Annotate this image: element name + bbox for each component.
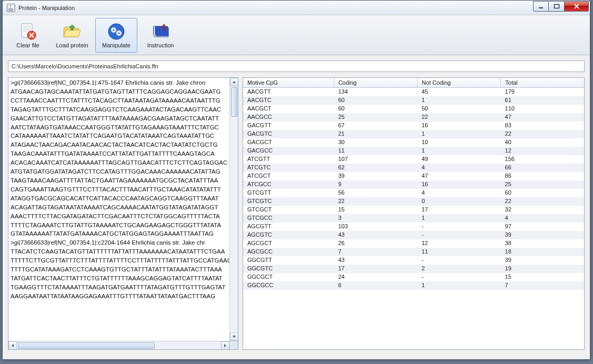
scroll-right-arrow-icon[interactable]: [221, 341, 229, 350]
table-header-cell[interactable]: Total: [501, 78, 584, 87]
vertical-scrollbar[interactable]: [229, 78, 238, 341]
table-row[interactable]: AACGCC252247: [243, 113, 584, 122]
table-row[interactable]: GACGCT301040: [243, 138, 584, 147]
table-cell: 32: [501, 206, 584, 214]
table-row[interactable]: GTCGTC22022: [243, 197, 584, 206]
table-cell: 9: [334, 180, 417, 189]
scroll-thumb-vertical[interactable]: [231, 87, 237, 117]
table-cell: ATCGCC: [243, 180, 334, 189]
table-row[interactable]: GACGTC21122: [243, 130, 584, 138]
table-cell: 39: [501, 231, 584, 239]
manipulate-label: Manipulate: [102, 42, 130, 48]
file-path-input[interactable]: [8, 60, 585, 72]
table-cell: 97: [501, 223, 584, 231]
book-icon: [150, 22, 171, 41]
table-row[interactable]: ATCGTC62466: [243, 164, 584, 172]
folder-open-icon: [62, 22, 83, 41]
table-cell: 50: [417, 105, 500, 113]
table-row[interactable]: GGCGCT24-15: [243, 273, 584, 281]
sequence-panel: >gi|73666633|ref|NC_007354.1|:475-1647 E…: [8, 77, 238, 350]
table-cell: 7: [501, 281, 584, 290]
table-cell: 47: [501, 113, 584, 122]
table-cell: 10: [417, 138, 500, 147]
table-cell: 19: [501, 265, 584, 273]
table-row[interactable]: AGCGCT261238: [243, 239, 584, 248]
scroll-down-arrow-icon[interactable]: [230, 332, 238, 341]
table-cell: GGCGCC: [243, 281, 334, 290]
app-window: Protein - Manipulation: [2, 0, 590, 360]
table-cell: 179: [501, 88, 584, 96]
table-cell: GGCGTC: [243, 265, 334, 273]
table-cell: 16: [417, 180, 500, 189]
table-cell: 47: [417, 172, 500, 180]
load-protein-button[interactable]: Load protein: [51, 18, 93, 53]
table-cell: 21: [334, 130, 417, 138]
sequence-textarea[interactable]: >gi|73666633|ref|NC_007354.1|:475-1647 E…: [8, 77, 238, 350]
table-cell: 39: [501, 256, 584, 265]
table-row[interactable]: AGCGTC43-39: [243, 231, 584, 239]
svg-rect-13: [163, 25, 165, 30]
scroll-left-arrow-icon[interactable]: [8, 341, 17, 350]
instruction-label: Instruction: [147, 42, 174, 48]
table-row[interactable]: AGCGTT103-97: [243, 223, 584, 231]
table-row[interactable]: GTCGCC314: [243, 214, 584, 223]
instruction-button[interactable]: Instruction: [139, 18, 182, 53]
scroll-thumb-horizontal[interactable]: [18, 342, 155, 349]
table-cell: 24: [334, 273, 417, 281]
table-row[interactable]: AACGTT13445179: [243, 88, 584, 96]
table-cell: 22: [501, 130, 584, 138]
table-cell: 45: [417, 88, 500, 96]
table-row[interactable]: GACGTT671683: [243, 122, 584, 130]
table-cell: 3: [334, 214, 417, 223]
table-row[interactable]: GTCGTT56460: [243, 189, 584, 197]
svg-point-12: [118, 32, 120, 34]
table-row[interactable]: GGCGTC17219: [243, 265, 584, 273]
table-cell: 25: [334, 113, 417, 122]
table-cell: 103: [334, 223, 417, 231]
table-row[interactable]: ATCGTT10749156: [243, 155, 584, 164]
content-split: >gi|73666633|ref|NC_007354.1|:475-1647 E…: [3, 74, 590, 352]
close-button[interactable]: [565, 1, 589, 12]
table-row[interactable]: AGCGCC71118: [243, 248, 584, 256]
table-row[interactable]: AACGCT6050110: [243, 105, 584, 113]
svg-point-10: [113, 29, 115, 31]
table-row[interactable]: GGCGCC617: [243, 281, 584, 290]
sequence-text[interactable]: >gi|73666633|ref|NC_007354.1|:475-1647 E…: [8, 78, 229, 341]
table-row[interactable]: GGCGTT43-39: [243, 256, 584, 265]
table-cell: AGCGCT: [243, 239, 334, 248]
table-header-cell[interactable]: Not Coding: [418, 78, 501, 87]
table-cell: 1: [417, 130, 500, 138]
table-header-cell[interactable]: Motive CpG: [243, 78, 334, 87]
scroll-up-arrow-icon[interactable]: [230, 78, 238, 86]
table-row[interactable]: GTCGCT151732: [243, 206, 584, 214]
table-header-cell[interactable]: Coding: [334, 78, 418, 87]
maximize-button[interactable]: [549, 1, 565, 12]
table-cell: GACGTC: [243, 130, 334, 138]
table-cell: 1: [417, 96, 500, 105]
table-cell: 62: [334, 164, 417, 172]
table-row[interactable]: ATCGCT394786: [243, 172, 584, 180]
table-cell: 11: [417, 248, 500, 256]
table-cell: GTCGTC: [243, 197, 334, 206]
table-cell: 7: [334, 248, 417, 256]
table-cell: AACGTC: [243, 96, 334, 105]
table-cell: 40: [501, 138, 584, 147]
table-cell: 15: [334, 206, 417, 214]
table-cell: 110: [501, 105, 584, 113]
minimize-button[interactable]: [533, 1, 549, 12]
table-cell: 66: [501, 164, 584, 172]
table-row[interactable]: GACGCC11112: [243, 147, 584, 155]
table-row[interactable]: ATCGCC91625: [243, 180, 584, 189]
clear-file-button[interactable]: Clear file: [7, 18, 49, 53]
table-cell: 134: [334, 88, 417, 96]
table-cell: 18: [501, 248, 584, 256]
table-cell: -: [417, 256, 500, 265]
table-header: Motive CpGCodingNot CodingTotal: [243, 78, 584, 88]
horizontal-scrollbar[interactable]: [8, 341, 229, 349]
manipulate-button[interactable]: Manipulate: [95, 18, 137, 53]
table-cell: 0: [417, 197, 500, 206]
table-cell: 17: [334, 265, 417, 273]
table-cell: GTCGTT: [243, 189, 334, 197]
table-row[interactable]: AACGTC60161: [243, 96, 584, 105]
table-cell: GACGCC: [243, 147, 334, 155]
